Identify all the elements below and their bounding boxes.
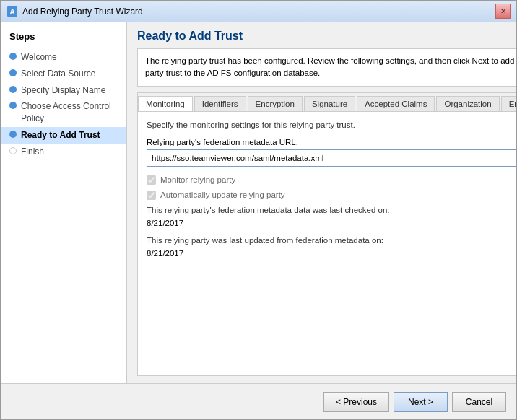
checkbox-monitor-row: Monitor relying party: [147, 175, 516, 185]
sidebar-item-select-data-source[interactable]: Select Data Source: [1, 66, 126, 82]
sidebar-item-choose-access-control[interactable]: Choose Access Control Policy: [1, 98, 126, 127]
window-icon: A: [6, 6, 18, 17]
sidebar-item-finish[interactable]: Finish: [1, 144, 126, 160]
svg-text:A: A: [9, 8, 14, 16]
sidebar-item-welcome[interactable]: Welcome: [1, 49, 126, 66]
page-title: Ready to Add Trust: [137, 30, 516, 43]
main-window: A Add Relying Party Trust Wizard ✕ Steps…: [0, 0, 517, 420]
url-label: Relying party's federation metadata URL:: [147, 138, 516, 146]
monitoring-description: Specify the monitoring settings for this…: [147, 121, 516, 129]
main-area: Ready to Add Trust The relying party tru…: [127, 22, 516, 383]
tab-organization[interactable]: Organization: [436, 96, 499, 111]
last-checked-value: 8/21/2017: [147, 219, 516, 227]
previous-button[interactable]: < Previous: [323, 392, 389, 412]
footer: < Previous Next > Cancel: [1, 383, 516, 419]
last-updated-value: 8/21/2017: [147, 249, 516, 258]
tab-panel: Monitoring Identifiers Encryption Signat…: [137, 92, 516, 377]
tab-content-monitoring: Specify the monitoring settings for this…: [138, 112, 516, 376]
step-dot-finish: [9, 147, 17, 154]
sidebar-item-ready-to-add[interactable]: Ready to Add Trust: [1, 127, 126, 144]
tab-encryption[interactable]: Encryption: [248, 96, 303, 111]
sidebar: Steps Welcome Select Data Source Specify…: [1, 22, 127, 383]
tab-endpoints[interactable]: Endpoints: [501, 96, 516, 111]
last-checked-text: This relying party's federation metadata…: [147, 206, 516, 214]
tab-signature[interactable]: Signature: [304, 96, 355, 111]
info-box: The relying party trust has been configu…: [137, 48, 516, 87]
checkbox-autoupdate-row: Automatically update relying party: [147, 191, 516, 200]
sidebar-title: Steps: [1, 31, 126, 49]
auto-update-checkbox[interactable]: [147, 191, 156, 200]
title-bar: A Add Relying Party Trust Wizard ✕: [1, 1, 516, 22]
cancel-button[interactable]: Cancel: [452, 392, 506, 412]
next-button[interactable]: Next >: [394, 392, 448, 412]
step-dot-select-data-source: [9, 69, 17, 76]
window-title: Add Relying Party Trust Wizard: [22, 6, 495, 17]
last-updated-text: This relying party was last updated from…: [147, 236, 516, 245]
url-input[interactable]: [147, 149, 516, 167]
monitor-relying-party-label: Monitor relying party: [160, 175, 235, 184]
info-text: The relying party trust has been configu…: [145, 56, 516, 77]
sidebar-item-specify-display-name[interactable]: Specify Display Name: [1, 82, 126, 99]
step-dot-welcome: [9, 53, 17, 60]
auto-update-label: Automatically update relying party: [160, 191, 285, 199]
tab-bar: Monitoring Identifiers Encryption Signat…: [138, 93, 516, 112]
tab-accepted-claims[interactable]: Accepted Claims: [357, 96, 435, 111]
monitor-relying-party-checkbox[interactable]: [147, 175, 156, 185]
tab-monitoring[interactable]: Monitoring: [138, 96, 193, 112]
step-dot-specify-display-name: [9, 86, 17, 93]
step-dot-ready-to-add: [9, 131, 17, 138]
content-area: Steps Welcome Select Data Source Specify…: [1, 22, 516, 383]
url-field-group: Relying party's federation metadata URL:: [147, 138, 516, 167]
close-button[interactable]: ✕: [495, 4, 511, 19]
step-dot-choose-access-control: [9, 102, 17, 109]
tab-identifiers[interactable]: Identifiers: [194, 96, 246, 111]
